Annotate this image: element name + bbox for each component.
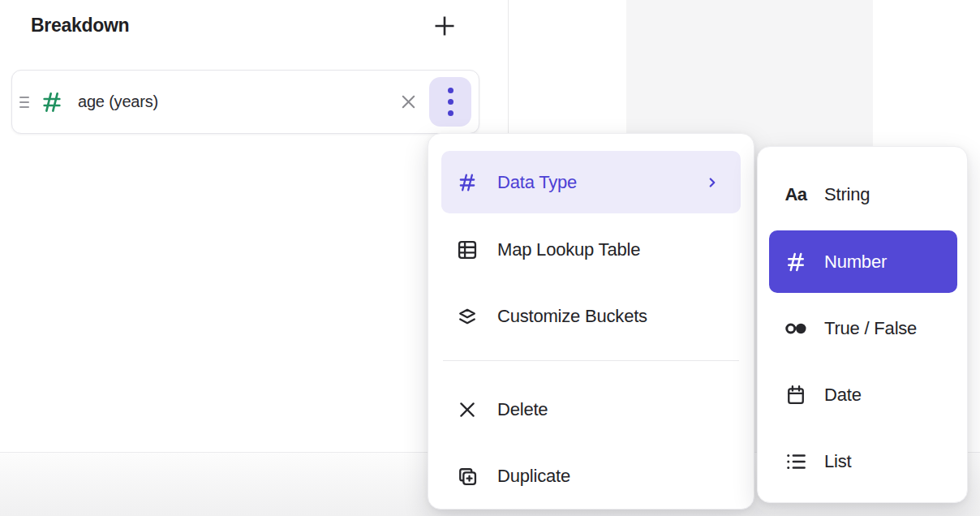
submenu-item-list[interactable]: List	[769, 430, 957, 492]
submenu-item-label: Date	[824, 385, 862, 406]
field-label: age (years)	[78, 92, 158, 111]
menu-item-label: Map Lookup Table	[497, 239, 640, 260]
hash-icon	[456, 171, 479, 194]
aa-icon: Aa	[784, 184, 808, 205]
menu-item-label: Data Type	[497, 172, 577, 193]
number-hash-icon	[39, 89, 65, 115]
kebab-vertical-icon	[448, 88, 453, 93]
stack-icon	[456, 305, 479, 328]
submenu-item-label: List	[824, 451, 851, 472]
menu-item-data-type[interactable]: Data Type	[441, 151, 741, 213]
field-menu-button[interactable]	[429, 77, 471, 127]
menu-item-label: Duplicate	[497, 466, 570, 487]
menu-item-delete[interactable]: Delete	[441, 378, 741, 441]
submenu-item-string[interactable]: Aa String	[769, 163, 957, 226]
copy-plus-icon	[456, 465, 479, 488]
menu-item-duplicate[interactable]: Duplicate	[441, 445, 741, 507]
menu-item-label: Customize Buckets	[497, 306, 647, 327]
chevron-right-icon	[705, 175, 720, 190]
submenu-item-label: String	[824, 184, 870, 205]
x-icon	[456, 399, 479, 420]
hash-icon	[784, 250, 808, 274]
menu-item-map-lookup-table[interactable]: Map Lookup Table	[441, 218, 741, 281]
drag-handle-icon[interactable]	[19, 97, 31, 108]
plus-icon	[432, 14, 457, 38]
submenu-item-label: Number	[824, 252, 887, 273]
field-context-menu: Data Type Map Lookup Table Customize Buc…	[428, 133, 754, 510]
true-false-circles-icon	[784, 316, 808, 341]
remove-field-button[interactable]	[392, 86, 424, 118]
x-icon	[399, 92, 418, 111]
add-breakdown-button[interactable]	[428, 10, 461, 42]
submenu-item-label: True / False	[824, 318, 917, 339]
submenu-item-date[interactable]: Date	[769, 363, 957, 426]
list-icon	[784, 449, 808, 474]
menu-item-customize-buckets[interactable]: Customize Buckets	[441, 285, 741, 347]
calendar-icon	[784, 384, 808, 406]
menu-divider	[443, 360, 739, 361]
submenu-item-number[interactable]: Number	[769, 230, 957, 293]
submenu-item-true-false[interactable]: True / False	[769, 297, 957, 359]
breakdown-field-card[interactable]: age (years)	[11, 70, 479, 134]
table-icon	[456, 239, 479, 261]
breakdown-title: Breakdown	[31, 15, 129, 37]
app-screen: Breakdown age (years)	[0, 0, 980, 516]
menu-item-label: Delete	[497, 399, 548, 420]
data-type-submenu: Aa String Number True / False	[757, 146, 968, 503]
